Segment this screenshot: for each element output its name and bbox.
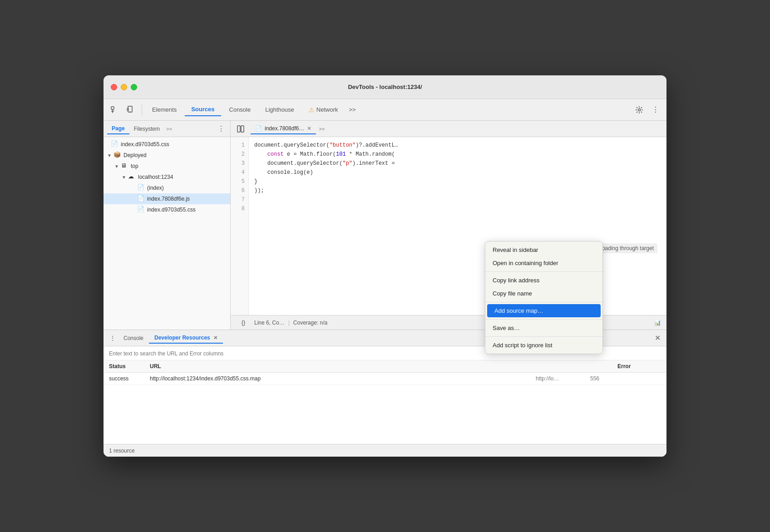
line-numbers: 1 2 3 4 5 6 7 8 <box>231 137 249 315</box>
format-button[interactable]: {} <box>236 315 251 330</box>
traffic-lights <box>111 84 137 90</box>
main-toolbar: Elements Sources Console Lighthouse ⚠ Ne… <box>104 99 666 121</box>
box-icon: 📦 <box>114 151 122 159</box>
title-bar: DevTools - localhost:1234/ <box>104 75 666 99</box>
file-icon: 📄 <box>137 184 145 192</box>
code-line: document.querySelector("p").innerText = <box>254 159 661 168</box>
close-bottom-panel-button[interactable]: ✕ <box>652 333 663 344</box>
cell-col3: http://lo… <box>530 373 585 384</box>
close-button[interactable] <box>111 84 117 90</box>
tab-console[interactable]: Console <box>223 103 257 116</box>
context-menu-open-folder[interactable]: Open in containing folder <box>485 256 602 270</box>
tab-dev-resources[interactable]: Developer Resources ✕ <box>149 333 223 344</box>
col-header-url: URL <box>144 360 530 372</box>
more-tabs-button[interactable]: >> <box>346 104 359 115</box>
expand-arrow-icon: ▼ <box>122 175 128 180</box>
col-header-num <box>585 360 612 372</box>
coverage-icon-button[interactable]: 📊 <box>654 320 661 326</box>
svg-point-6 <box>638 108 641 111</box>
cell-num: 556 <box>585 373 612 384</box>
code-line: const e = Math.floor(101 * Math.random( <box>254 150 661 159</box>
list-item[interactable]: 📄 (index) <box>104 182 230 193</box>
toolbar-divider-1 <box>142 104 142 115</box>
sidebar-tab-bar: Page Filesystem >> ⋮ <box>104 121 230 137</box>
list-item[interactable]: ▼ 🖥 top <box>104 161 230 172</box>
expand-arrow-icon: ▼ <box>107 153 114 158</box>
code-line <box>254 195 661 204</box>
close-dev-resources-tab[interactable]: ✕ <box>213 335 217 340</box>
svg-point-5 <box>130 111 130 111</box>
cloud-icon: ☁ <box>128 173 136 181</box>
context-menu-save-as[interactable]: Save as… <box>485 321 602 335</box>
file-purple-icon: 📄 <box>111 140 119 148</box>
bottom-status-bar: 1 resource <box>104 444 666 457</box>
tab-network[interactable]: ⚠ Network <box>302 103 345 116</box>
expand-arrow-icon: ▼ <box>114 164 121 169</box>
code-line: document.querySelector("button")?.addEve… <box>254 141 661 150</box>
svg-rect-0 <box>111 107 114 109</box>
window-title: DevTools - localhost:1234/ <box>348 84 422 90</box>
close-tab-button[interactable]: ✕ <box>307 125 311 132</box>
tab-console-bottom[interactable]: Console <box>118 333 149 343</box>
main-content: Page Filesystem >> ⋮ 📄 index.d9703d55.cs… <box>104 121 666 330</box>
maximize-button[interactable] <box>131 84 137 90</box>
tab-elements[interactable]: Elements <box>146 103 183 116</box>
toolbar-right: ⋮ <box>632 103 663 117</box>
settings-button[interactable] <box>632 103 647 117</box>
sidebar-tab-page[interactable]: Page <box>107 123 129 134</box>
context-menu-copy-link[interactable]: Copy link address <box>485 274 602 287</box>
code-line <box>254 204 661 213</box>
svg-rect-8 <box>241 126 244 132</box>
devtools-window: DevTools - localhost:1234/ Elements Sour… <box>104 75 666 457</box>
tab-sources[interactable]: Sources <box>185 103 221 116</box>
col-header-status: Status <box>104 360 144 372</box>
code-line: )); <box>254 186 661 195</box>
file-purple-icon: 📄 <box>137 206 145 214</box>
context-menu-add-source-map[interactable]: Add source map… <box>487 304 601 317</box>
file-sidebar: Page Filesystem >> ⋮ 📄 index.d9703d55.cs… <box>104 121 231 330</box>
cell-error <box>612 373 666 384</box>
more-options-button[interactable]: ⋮ <box>648 103 663 117</box>
svg-rect-7 <box>237 126 240 132</box>
table-header: Status URL Error <box>104 360 666 373</box>
cell-status: success <box>104 373 144 384</box>
list-item[interactable]: ▼ 📦 Deployed <box>104 150 230 161</box>
desktop-icon: 🖥 <box>121 162 129 170</box>
resource-count: 1 resource <box>109 448 135 454</box>
minimize-button[interactable] <box>121 84 127 90</box>
device-toggle-button[interactable] <box>123 103 138 117</box>
warning-icon: ⚠ <box>309 106 315 113</box>
more-code-tabs-button[interactable]: >> <box>319 126 325 132</box>
context-menu-add-ignore-list[interactable]: Add script to ignore list <box>485 339 602 352</box>
list-item[interactable]: 📄 index.d9703d55.css <box>104 204 230 215</box>
code-editor-area: 📄 index.7808df6… ✕ >> 1 2 3 4 5 6 7 8 <box>231 121 666 330</box>
list-item[interactable]: 📄 index.7808df6e.js <box>104 193 230 204</box>
context-menu-reveal-sidebar[interactable]: Reveal in sidebar <box>485 243 602 256</box>
panel-toggle-button[interactable] <box>234 123 247 135</box>
list-item[interactable]: 📄 index.d9703d55.css <box>104 139 230 150</box>
context-menu-separator <box>485 271 602 272</box>
cell-url: http://localhost:1234/index.d9703d55.css… <box>144 373 530 384</box>
sidebar-tab-filesystem[interactable]: Filesystem <box>129 124 164 134</box>
file-tab-icon: 📄 <box>255 125 262 132</box>
tab-lighthouse[interactable]: Lighthouse <box>259 103 301 116</box>
context-menu-separator-2 <box>485 302 602 302</box>
loading-through-target-message: loading through target <box>597 243 657 253</box>
tab-code-file[interactable]: 📄 index.7808df6… ✕ <box>251 123 316 134</box>
bottom-panel-options-button[interactable]: ⋮ <box>107 333 118 344</box>
sidebar-more-tabs[interactable]: >> <box>164 125 174 133</box>
context-menu: Reveal in sidebar Open in containing fol… <box>485 241 603 354</box>
context-menu-copy-filename[interactable]: Copy file name <box>485 287 602 300</box>
file-tree: 📄 index.d9703d55.css ▼ 📦 Deployed ▼ 🖥 to… <box>104 137 230 330</box>
sidebar-options-button[interactable]: ⋮ <box>216 123 227 134</box>
code-lines: document.querySelector("button")?.addEve… <box>249 137 666 315</box>
coverage-indicator: Coverage: n/a <box>293 320 327 326</box>
col-header-error: Error <box>612 360 666 372</box>
context-menu-separator-3 <box>485 319 602 320</box>
file-orange-icon: 📄 <box>137 195 145 203</box>
inspect-element-button[interactable] <box>107 103 122 117</box>
table-row[interactable]: success http://localhost:1234/index.d970… <box>104 373 666 385</box>
list-item[interactable]: ▼ ☁ localhost:1234 <box>104 172 230 182</box>
code-tab-bar: 📄 index.7808df6… ✕ >> <box>231 121 666 137</box>
code-line: } <box>254 177 661 186</box>
